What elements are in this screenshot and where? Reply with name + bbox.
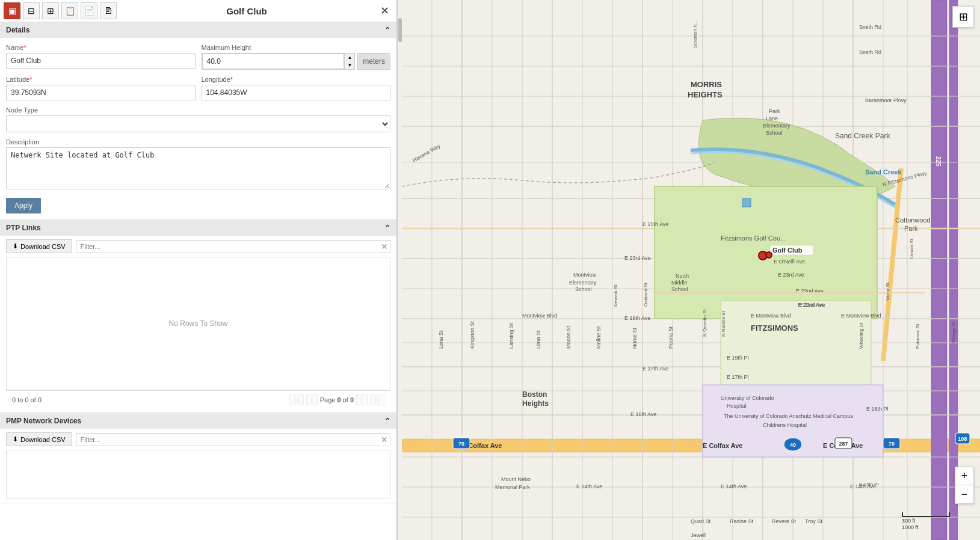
description-input[interactable]: Netwerk Site located at Golf Club: [6, 147, 390, 189]
longitude-label: Longitude*: [202, 76, 391, 83]
description-label: Description: [6, 138, 390, 146]
svg-text:287: 287: [839, 441, 848, 447]
svg-text:70: 70: [889, 441, 895, 447]
ptp-range: 0 to 0 of 0: [12, 396, 42, 403]
scale-label-1000: 1000 ft: [902, 524, 950, 530]
svg-text:E O'Neill Ave: E O'Neill Ave: [774, 259, 805, 265]
max-height-input[interactable]: [202, 54, 345, 69]
details-content: Name* Maximum Height ▲ ▼: [0, 38, 396, 219]
svg-text:Childrens Hospital: Childrens Hospital: [763, 422, 807, 428]
ptp-links-header: PTP Links ⌃: [0, 220, 396, 236]
toolbar-icon-2[interactable]: ⊟: [23, 2, 40, 19]
pmp-download-csv-button[interactable]: ⬇ Download CSV: [6, 432, 72, 446]
scrollbar-thumb: [398, 18, 402, 42]
svg-text:Troy St: Troy St: [805, 518, 822, 524]
svg-text:Sand Creek Park: Sand Creek Park: [835, 132, 890, 140]
svg-text:E Colfax Ave: E Colfax Ave: [703, 442, 742, 449]
svg-text:70: 70: [458, 441, 464, 447]
svg-rect-3: [949, 0, 958, 540]
download-icon: ⬇: [13, 242, 18, 250]
longitude-input[interactable]: [202, 85, 391, 100]
pmp-collapse-icon[interactable]: ⌃: [384, 417, 390, 425]
svg-text:Lima St: Lima St: [438, 330, 444, 349]
svg-text:Bus: Bus: [456, 434, 464, 438]
node-type-select[interactable]: [6, 115, 390, 132]
ptp-grid-footer: 0 to 0 of 0 ⟨⟨ ⟨ Page 0 of 0 ⟩ ⟩⟩: [6, 390, 390, 409]
pmp-filter-clear[interactable]: ✕: [381, 435, 388, 444]
ptp-page-word: Page: [320, 396, 336, 403]
pmp-content: ⬇ Download CSV ✕: [0, 429, 396, 503]
svg-text:E 16th Ave: E 16th Ave: [630, 411, 656, 417]
latitude-input[interactable]: [6, 85, 196, 100]
details-collapse-icon[interactable]: ⌃: [384, 26, 390, 34]
toolbar-icon-3[interactable]: ⊞: [42, 2, 59, 19]
svg-text:Macon St: Macon St: [566, 325, 572, 349]
description-group: Description Netwerk Site located at Golf…: [6, 138, 390, 189]
node-type-row: Node Type: [6, 106, 390, 132]
ptp-filter-input[interactable]: [76, 240, 390, 253]
map-scale: 300 ft 1000 ft: [902, 512, 950, 530]
zoom-in-button[interactable]: +: [955, 467, 973, 485]
ptp-links-content: ⬇ Download CSV ✕ No Rows To Show 0 to 0 …: [0, 236, 396, 413]
ptp-first-page[interactable]: ⟨⟨: [289, 394, 304, 405]
svg-text:Nome St: Nome St: [632, 327, 638, 349]
ptp-prev-page[interactable]: ⟨: [306, 394, 318, 405]
svg-text:Park: Park: [904, 225, 918, 232]
spinner-up[interactable]: ▲: [345, 54, 354, 61]
apply-button[interactable]: Apply: [6, 198, 41, 213]
ptp-filter-wrapper: ✕: [76, 240, 390, 253]
svg-text:Racine St: Racine St: [730, 518, 754, 524]
name-input[interactable]: [6, 53, 196, 69]
max-height-input-wrapper: ▲ ▼: [202, 53, 356, 70]
ptp-filter-clear[interactable]: ✕: [381, 242, 388, 251]
svg-text:108: 108: [958, 436, 967, 442]
svg-text:Smith Rd: Smith Rd: [859, 24, 881, 30]
svg-text:E Montview Blvd: E Montview Blvd: [841, 313, 881, 319]
ptp-total-pages: 0: [350, 396, 354, 403]
ptp-no-rows-label: No Rows To Show: [169, 319, 228, 328]
svg-text:Baranmoor Pkwy: Baranmoor Pkwy: [865, 97, 907, 103]
svg-text:E 25th Ave: E 25th Ave: [643, 221, 668, 227]
svg-text:E Montview Blvd: E Montview Blvd: [751, 313, 791, 319]
ptp-current-page: 0: [337, 396, 341, 403]
toolbar-icon-6[interactable]: 🖹: [100, 2, 117, 19]
svg-text:Middle: Middle: [671, 280, 688, 286]
svg-text:Elementary: Elementary: [569, 280, 597, 286]
description-row: Description Netwerk Site located at Golf…: [6, 138, 390, 189]
svg-text:Peoria St: Peoria St: [668, 326, 674, 349]
ptp-next-page[interactable]: ⟩: [356, 394, 368, 405]
svg-text:Montview Blvd: Montview Blvd: [522, 313, 557, 319]
layers-button[interactable]: ⊞: [952, 6, 974, 28]
svg-text:E 14th Ave: E 14th Ave: [721, 483, 747, 489]
ptp-no-rows: No Rows To Show: [7, 257, 390, 390]
ptp-links-collapse-icon[interactable]: ⌃: [384, 224, 390, 232]
svg-text:Golf Club: Golf Club: [772, 247, 803, 254]
pmp-header: PMP Network Devices ⌃: [0, 413, 396, 429]
svg-text:Ursula St: Ursula St: [909, 238, 914, 259]
scroll-handle[interactable]: [397, 0, 402, 540]
zoom-out-button[interactable]: −: [955, 485, 973, 503]
svg-text:Quari St: Quari St: [691, 518, 711, 524]
svg-text:The University of Colorado Ans: The University of Colorado Anschutz Medi…: [724, 413, 854, 419]
svg-text:E 19th Pl: E 19th Pl: [727, 355, 749, 361]
ptp-download-csv-button[interactable]: ⬇ Download CSV: [6, 239, 72, 253]
close-button[interactable]: ✕: [377, 4, 393, 17]
svg-text:Hospital: Hospital: [727, 403, 747, 409]
svg-text:Moline St: Moline St: [596, 326, 602, 349]
layers-icon: ⊞: [959, 10, 968, 23]
svg-text:School: School: [766, 130, 783, 136]
svg-text:Victor St: Victor St: [885, 282, 890, 301]
pmp-label: PMP Network Devices: [6, 417, 81, 425]
svg-text:HEIGHTS: HEIGHTS: [688, 90, 723, 99]
ptp-last-page[interactable]: ⟩⟩: [370, 394, 384, 405]
lat-lng-row: Latitude* Longitude*: [6, 76, 390, 100]
svg-text:Memorial Park: Memorial Park: [495, 484, 531, 490]
max-height-label: Maximum Height: [202, 44, 391, 51]
svg-text:Lane: Lane: [766, 115, 778, 121]
toolbar-icon-5[interactable]: 📄: [81, 2, 97, 19]
svg-text:University of Colorado: University of Colorado: [721, 395, 774, 401]
toolbar-icon-active[interactable]: ▣: [4, 2, 20, 19]
toolbar-icon-4[interactable]: 📋: [61, 2, 78, 19]
pmp-filter-input[interactable]: [76, 433, 390, 446]
spinner-down[interactable]: ▼: [345, 61, 354, 69]
